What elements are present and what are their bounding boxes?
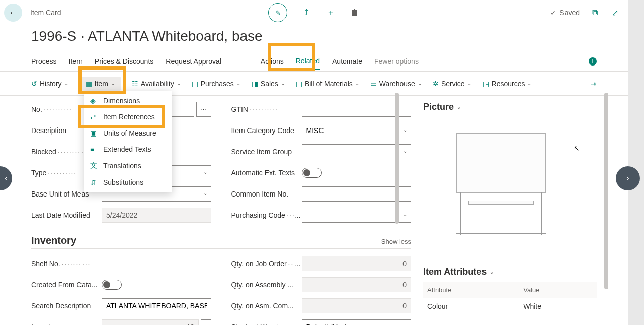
item-dropdown: ◈Dimensions ⇄Item References ▣Units of M…	[84, 91, 172, 192]
chevron-down-icon: ⌄	[467, 81, 471, 86]
common-label: Common Item No.	[231, 190, 302, 198]
pin-icon[interactable]: ⇥	[591, 80, 597, 88]
last-label: Last Date Modified	[31, 211, 102, 219]
delete-icon[interactable]: 🗑	[350, 8, 360, 17]
chevron-down-icon: ⌄	[418, 81, 422, 86]
collapse-icon[interactable]: ⤢	[610, 8, 620, 18]
cat-label: Item Category Code	[231, 126, 302, 135]
cursor-icon: ↖	[574, 144, 580, 152]
action-resources[interactable]: ◳Resources⌄	[482, 80, 532, 88]
check-icon: ✓	[550, 9, 556, 17]
service-icon: ✲	[433, 80, 439, 88]
attr-col-header: Attribute	[423, 282, 519, 298]
action-service[interactable]: ✲Service⌄	[433, 80, 471, 88]
nav-request[interactable]: Request Approval	[166, 53, 221, 70]
next-record-button[interactable]: ›	[616, 166, 640, 190]
share-icon[interactable]: ⤴	[301, 8, 311, 17]
dd-extended-texts[interactable]: ≡Extended Texts	[84, 141, 172, 157]
action-item-menu[interactable]: ▦Item⌄	[79, 77, 121, 91]
item-icon: ▦	[86, 80, 92, 88]
nav-process[interactable]: Process	[31, 53, 57, 70]
nav-related[interactable]: Related	[296, 53, 320, 70]
nav-item[interactable]: Item	[69, 53, 83, 70]
chevron-down-icon: ⌄	[64, 81, 68, 86]
qcom-label: Qty. on Asm. Com...	[231, 302, 302, 310]
warehouse-icon: ▭	[370, 80, 377, 88]
info-icon[interactable]: i	[589, 57, 597, 66]
inv-more-button[interactable]: ···	[201, 319, 211, 325]
qjob-label: Qty. on Job Order	[231, 259, 302, 268]
table-row[interactable]: ColourWhite	[423, 298, 597, 315]
auto-toggle[interactable]	[302, 168, 322, 178]
chevron-down-icon: ⌄	[236, 81, 240, 86]
chevron-down-icon[interactable]: ⌄	[490, 269, 494, 275]
add-icon[interactable]: ＋	[326, 8, 336, 18]
nav-prices[interactable]: Prices & Discounts	[95, 53, 153, 70]
search-input[interactable]	[102, 298, 211, 313]
action-warehouse[interactable]: ▭Warehouse⌄	[370, 80, 422, 88]
cata-label: Created From Cata...	[31, 281, 102, 289]
saved-status: ✓Saved	[550, 9, 580, 17]
inventory-title: Inventory	[31, 235, 76, 246]
last-value	[102, 208, 211, 223]
inv-value	[102, 319, 199, 325]
references-icon: ⇄	[90, 113, 98, 121]
history-icon: ↺	[31, 80, 37, 88]
val-col-header: Value	[519, 282, 597, 298]
nav-fewer[interactable]: Fewer options	[374, 53, 419, 70]
action-availability[interactable]: ☷Availability⌄	[132, 80, 181, 88]
bom-icon: ▤	[296, 80, 302, 88]
no-more-button[interactable]: ···	[196, 102, 211, 117]
action-history[interactable]: ↺History⌄	[31, 80, 68, 88]
window-edge	[628, 0, 644, 325]
action-purchases[interactable]: ◫Purchases⌄	[192, 80, 240, 88]
inner-scrollbar[interactable]	[395, 93, 400, 317]
cata-toggle[interactable]	[102, 280, 122, 290]
whiteboard-image	[451, 133, 551, 243]
dd-item-references[interactable]: ⇄Item References	[84, 109, 172, 125]
chevron-down-icon: ⌄	[281, 81, 285, 86]
attributes-title: Item Attributes	[423, 267, 487, 277]
qasm-label: Qty. on Assembly ...	[231, 281, 302, 289]
nav-actions[interactable]: Actions	[261, 53, 284, 70]
gtin-label: GTIN	[231, 105, 302, 113]
purchases-icon: ◫	[192, 80, 198, 88]
inv-label: Inventory	[31, 323, 102, 325]
search-label: Search Description	[31, 302, 102, 310]
chevron-down-icon[interactable]: ⌄	[457, 104, 461, 110]
right-scrollbar[interactable]	[604, 93, 609, 294]
back-button[interactable]: ←	[4, 4, 22, 22]
card-title: Item Card	[30, 9, 61, 17]
dd-dimensions[interactable]: ◈Dimensions	[84, 93, 172, 109]
availability-icon: ☷	[132, 80, 138, 88]
units-icon: ▣	[90, 129, 98, 137]
back-arrow-icon: ←	[9, 8, 18, 18]
chevron-down-icon: ⌄	[177, 81, 181, 86]
sales-icon: ◨	[252, 80, 258, 88]
pencil-icon: ✎	[275, 9, 281, 17]
stock-label: Stockout Warning	[231, 323, 302, 325]
texts-icon: ≡	[90, 145, 98, 153]
chevron-down-icon: ⌄	[111, 81, 115, 86]
purch-label: Purchasing Code	[231, 211, 302, 219]
edit-button[interactable]: ✎	[268, 3, 287, 22]
sig-label: Service Item Group	[231, 148, 302, 156]
dd-translations[interactable]: 文Translations	[84, 157, 172, 174]
nav-row: Process Item Prices & Discounts Request …	[0, 51, 628, 72]
chevron-down-icon: ⌄	[355, 81, 359, 86]
dd-units[interactable]: ▣Units of Measure	[84, 125, 172, 141]
action-sales[interactable]: ◨Sales⌄	[252, 80, 285, 88]
dimensions-icon: ◈	[90, 97, 98, 105]
picture-title: Picture	[423, 102, 454, 112]
auto-label: Automatic Ext. Texts	[231, 169, 302, 177]
popout-icon[interactable]: ⧉	[590, 8, 600, 17]
stock-select[interactable]	[302, 319, 412, 325]
translations-icon: 文	[90, 161, 98, 170]
attributes-table: AttributeValue ColourWhite	[423, 282, 597, 314]
shelf-input[interactable]	[102, 256, 211, 271]
shelf-label: Shelf No.	[31, 259, 102, 268]
nav-automate[interactable]: Automate	[332, 53, 362, 70]
dd-substitutions[interactable]: ⇵Substitutions	[84, 174, 172, 190]
picture-box	[423, 117, 579, 258]
action-bom[interactable]: ▤Bill of Materials⌄	[296, 80, 359, 88]
